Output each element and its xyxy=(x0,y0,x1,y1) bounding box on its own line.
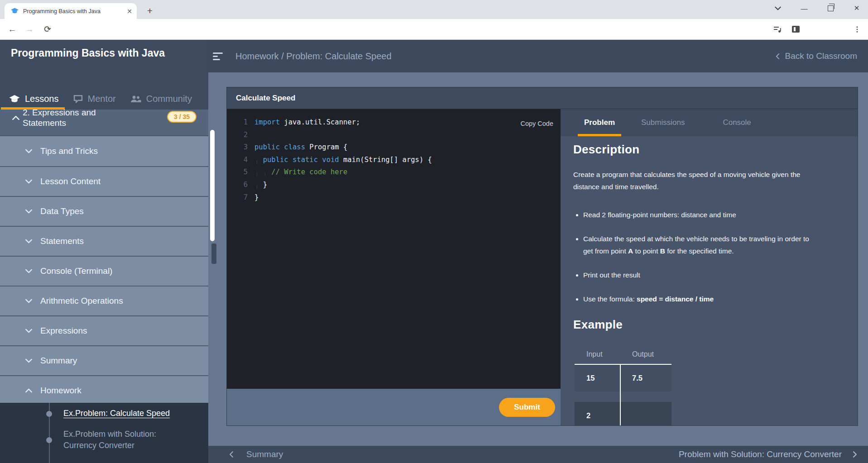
tab-lessons[interactable]: Lessons xyxy=(9,88,59,110)
code-line: 7} xyxy=(227,191,561,204)
breadcrumb[interactable]: Homework / Problem: Calculate Speed xyxy=(235,51,392,62)
homework-item-currency-converter[interactable]: Ex.Problem with Solution: Currency Conve… xyxy=(63,429,177,451)
chat-icon xyxy=(73,95,83,103)
sidebar-item-label: Tips and Tricks xyxy=(40,146,98,156)
chevron-down-icon xyxy=(25,179,32,184)
sidebar-item[interactable]: Expressions xyxy=(0,315,208,345)
progress-badge: 3 / 35 xyxy=(167,111,197,123)
sidebar-item[interactable]: Data Types xyxy=(0,196,208,226)
softuni-favicon xyxy=(11,8,19,14)
splitter-handle[interactable] xyxy=(211,243,217,264)
media-controls-icon[interactable] xyxy=(770,19,785,39)
browser-tab[interactable]: Programming Basics with Java ✕ xyxy=(5,3,137,19)
sidebar-item[interactable]: Summary xyxy=(0,345,208,375)
sidebar-item-label: Expressions xyxy=(40,326,87,336)
sidebar-item[interactable]: Lesson Content xyxy=(0,166,208,196)
input-cell: 2 xyxy=(575,402,620,425)
back-button[interactable]: ← xyxy=(5,19,20,39)
lesson-list: Tips and Tricks Lesson Content Data Type… xyxy=(0,136,208,403)
sidebar-item[interactable]: Tips and Tricks xyxy=(0,136,208,166)
sidebar-item-label: Homework xyxy=(40,386,82,396)
chevron-down-icon xyxy=(25,269,32,273)
sidebar-item-label: Statements xyxy=(40,236,84,246)
sidebar-item[interactable]: Statements xyxy=(0,226,208,256)
browser-tab-strip: Programming Basics with Java ✕ + — ✕ xyxy=(0,0,868,19)
side-panel-icon[interactable] xyxy=(788,19,803,39)
tab-problem[interactable]: Problem xyxy=(578,109,621,136)
sidebar-header: Programming Basics with Java Lessons Men… xyxy=(0,40,208,110)
problem-card: Calculate Speed Copy Code 1import java.u… xyxy=(226,87,858,426)
lesson-pager: Summary Problem with Solution: Currency … xyxy=(208,446,868,463)
sidebar-item-label: Arithmetic Operations xyxy=(40,296,123,306)
tab-lessons-label: Lessons xyxy=(25,94,59,104)
next-lesson-link[interactable]: Problem with Solution: Currency Converte… xyxy=(679,449,858,459)
table-row: 15 7.5 xyxy=(575,365,671,391)
panel-tabs: Problem Submissions Console xyxy=(561,109,858,136)
window-maximize-button[interactable] xyxy=(820,0,841,16)
tab-mentor[interactable]: Mentor xyxy=(73,88,116,110)
tab-close-icon[interactable]: ✕ xyxy=(127,8,132,14)
problem-title: Calculate Speed xyxy=(236,94,295,103)
copy-code-button[interactable]: Copy Code xyxy=(520,118,553,130)
description-heading: Description xyxy=(573,143,839,156)
column-header-input: Input xyxy=(575,350,620,358)
tab-search-icon[interactable] xyxy=(767,0,789,16)
tab-community[interactable]: Community xyxy=(130,88,192,110)
chevron-down-icon xyxy=(25,329,32,333)
code-line: 3public class Program { xyxy=(227,141,561,154)
previous-lesson-link[interactable]: Summary xyxy=(228,449,283,459)
code-line: 2 xyxy=(227,129,561,142)
code-editor[interactable]: Copy Code 1import java.util.Scanner;23pu… xyxy=(227,109,561,389)
people-icon xyxy=(130,95,141,103)
requirement-item: Print out the result xyxy=(583,269,839,281)
sidebar-item[interactable]: Console (Terminal) xyxy=(0,256,208,286)
tab-submissions[interactable]: Submissions xyxy=(635,109,691,136)
new-tab-button[interactable]: + xyxy=(143,4,157,18)
sidebar-item-label: Data Types xyxy=(40,206,84,216)
editor-footer: Submit xyxy=(227,389,561,425)
chevron-down-icon xyxy=(25,149,32,153)
tab-console[interactable]: Console xyxy=(716,109,757,136)
example-heading: Example xyxy=(573,318,839,331)
window-close-button[interactable]: ✕ xyxy=(846,0,868,16)
sidebar-item[interactable]: Homework xyxy=(0,375,208,405)
module-title: 2. Expressions and Statements xyxy=(23,110,145,128)
description-text: Create a program that calculates the spe… xyxy=(573,168,839,193)
code-column: Copy Code 1import java.util.Scanner;23pu… xyxy=(227,109,561,425)
reload-button[interactable]: ⟳ xyxy=(40,19,55,39)
tab-title: Programming Basics with Java xyxy=(23,8,127,14)
browser-toolbar: ← → ⟳ learn.softuni.org/engine/1018/1/?t… xyxy=(0,19,868,40)
example-table-header: Input Output xyxy=(575,345,671,365)
sidebar-item[interactable]: Arithmetic Operations xyxy=(0,286,208,315)
example-table: Input Output 15 7.5 2 xyxy=(575,345,671,425)
chevron-down-icon xyxy=(25,358,32,363)
window-minimize-button[interactable]: — xyxy=(793,0,815,16)
chevron-up-icon xyxy=(12,115,19,120)
sidebar-item-label: Lesson Content xyxy=(40,177,101,186)
code-line: 6} xyxy=(227,179,561,191)
chevron-down-icon xyxy=(25,239,32,243)
table-row: 2 xyxy=(575,402,671,425)
menu-icon[interactable] xyxy=(213,53,225,60)
homework-sublist: Ex.Problem: Calculate Speed Ex.Problem w… xyxy=(0,403,208,463)
course-sidebar: Programming Basics with Java Lessons Men… xyxy=(0,40,208,463)
module-section-header[interactable]: 2. Expressions and Statements 3 / 35 xyxy=(0,110,208,136)
sidebar-item-label: Console (Terminal) xyxy=(40,266,112,276)
column-header-output: Output xyxy=(620,350,671,358)
timeline-dot xyxy=(46,437,52,443)
submit-button[interactable]: Submit xyxy=(499,398,555,417)
chevron-down-icon xyxy=(25,388,32,393)
chevron-left-icon xyxy=(229,451,234,458)
homework-item-calculate-speed[interactable]: Ex.Problem: Calculate Speed xyxy=(63,409,170,418)
requirements-list: Read 2 floating-point numbers: distance … xyxy=(573,209,839,305)
back-to-classroom-link[interactable]: Back to Classroom xyxy=(775,51,857,61)
browser-menu-icon[interactable]: ⋮ xyxy=(849,19,865,39)
problem-panel: Problem Submissions Console Description … xyxy=(561,109,858,425)
sidebar-item-label: Summary xyxy=(40,356,77,366)
graduation-cap-icon xyxy=(9,95,20,103)
input-cell: 15 xyxy=(575,365,620,391)
chevron-left-icon xyxy=(776,53,780,59)
sidebar-scrollbar-thumb[interactable] xyxy=(210,130,215,241)
chevron-down-icon xyxy=(25,299,32,303)
forward-button[interactable]: → xyxy=(22,19,37,39)
